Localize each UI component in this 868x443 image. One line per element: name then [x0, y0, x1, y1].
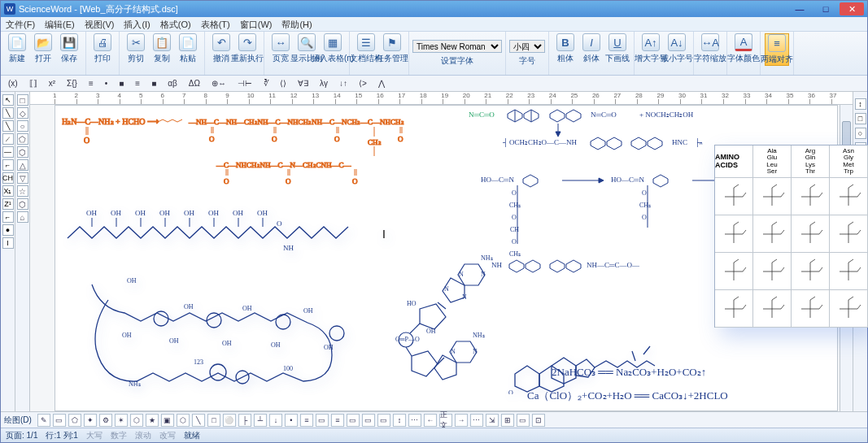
formula-sym-0[interactable]: (x)	[4, 78, 22, 89]
minimize-button[interactable]: —	[787, 2, 812, 15]
bottom-tool-0[interactable]: ✎	[37, 414, 50, 427]
cut-button[interactable]: ✂剪切	[124, 33, 148, 64]
formula-sym-14[interactable]: ⟨⟩	[276, 78, 290, 89]
right-tool-0[interactable]: ↕	[855, 98, 866, 110]
amino-cell[interactable]	[830, 253, 868, 289]
bottom-tool-22[interactable]: ▭	[377, 414, 390, 427]
formula-sym-2[interactable]: x²	[45, 78, 59, 89]
bottom-tool-13[interactable]: ├	[238, 414, 251, 427]
formula-sym-19[interactable]: ⋀	[374, 78, 389, 89]
formula-sym-5[interactable]: •	[101, 78, 112, 89]
shape-tool-7[interactable]: ☆	[17, 185, 28, 197]
bottom-tool-10[interactable]: ╲	[192, 414, 205, 427]
bottom-tool-24[interactable]: ⋯	[408, 414, 421, 427]
bottom-tool-19[interactable]: ≡	[331, 414, 344, 427]
formula-sym-8[interactable]: ■	[147, 78, 160, 89]
bottom-tool-9[interactable]: ⬡	[177, 414, 190, 427]
left-tool-10[interactable]: ●	[2, 224, 14, 236]
bottom-tool-29[interactable]: ⇲	[486, 414, 499, 427]
right-tool-2[interactable]: ○	[855, 128, 866, 139]
amino-cell[interactable]	[715, 290, 753, 327]
increase-font-button[interactable]: A↑增大字号	[639, 33, 663, 64]
left-tool-2[interactable]: ╲	[2, 120, 14, 132]
insert-table-button[interactable]: ▦插入表格(n)	[321, 33, 345, 64]
menu-window[interactable]: 窗口(W)	[235, 17, 277, 31]
right-tool-1[interactable]: □	[855, 113, 866, 124]
bottom-tool-25[interactable]: ←	[424, 414, 437, 427]
shape-tool-9[interactable]: ⌂	[17, 211, 28, 223]
justify-button[interactable]: ≡两端对齐	[765, 33, 789, 66]
left-tool-5[interactable]: ⌐	[2, 159, 14, 171]
left-tool-4[interactable]: —	[2, 146, 14, 158]
formula-sym-10[interactable]: ΔΩ	[185, 78, 204, 89]
shape-tool-1[interactable]: ◇	[17, 107, 28, 119]
left-tool-11[interactable]: I	[2, 237, 14, 249]
bottom-tool-20[interactable]: ▭	[347, 414, 360, 427]
amino-cell[interactable]	[830, 178, 868, 215]
bottom-tool-16[interactable]: •	[285, 414, 298, 427]
italic-button[interactable]: I斜体	[579, 33, 604, 64]
shape-tool-0[interactable]: □	[17, 94, 28, 106]
left-tool-0[interactable]: ↖	[2, 94, 14, 106]
copy-button[interactable]: 📋复制	[150, 33, 174, 64]
amino-cell[interactable]	[715, 215, 753, 252]
formula-sym-15[interactable]: ∀∃	[294, 78, 312, 89]
bottom-tool-12[interactable]: ⚪	[223, 414, 236, 427]
bottom-tool-32[interactable]: ⊡	[532, 414, 545, 427]
char-scale-button[interactable]: ↔A字符缩放	[698, 33, 722, 64]
formula-sym-11[interactable]: ⊕↔	[207, 78, 230, 89]
shape-tool-3[interactable]: ⬠	[17, 133, 28, 145]
left-tool-9[interactable]: ⌐	[2, 211, 14, 223]
doc-structure-button[interactable]: ☰文档结构	[354, 33, 378, 64]
left-tool-6[interactable]: CH	[2, 172, 14, 184]
new-button[interactable]: 📄新建	[5, 33, 29, 64]
bottom-tool-18[interactable]: ▭	[316, 414, 329, 427]
bottom-tool-14[interactable]: ┴	[254, 414, 267, 427]
shape-tool-2[interactable]: ○	[17, 120, 28, 132]
task-manager-button[interactable]: ⚑任务管理	[380, 33, 404, 64]
bold-button[interactable]: B粗体	[553, 33, 578, 64]
menu-table[interactable]: 表格(T)	[196, 17, 235, 31]
open-button[interactable]: 📂打开	[31, 33, 55, 64]
amino-cell[interactable]	[792, 290, 830, 327]
font-select[interactable]: Times New Roman	[412, 40, 502, 53]
formula-sym-17[interactable]: ↓↑	[335, 78, 351, 89]
bottom-tool-17[interactable]: ≡	[300, 414, 313, 427]
bottom-tool-6[interactable]: ⬡	[130, 414, 143, 427]
left-tool-1[interactable]: ╲	[2, 107, 14, 119]
fontsize-select[interactable]: 小四	[509, 40, 545, 53]
menu-view[interactable]: 视图(V)	[80, 17, 120, 31]
redo-button[interactable]: ↷重新执行	[235, 33, 260, 64]
formula-sym-6[interactable]: ■	[115, 78, 128, 89]
shape-tool-4[interactable]: ⬡	[17, 146, 28, 158]
formula-sym-7[interactable]: ≡	[131, 78, 144, 89]
close-button[interactable]: ✕	[840, 2, 864, 15]
amino-cell[interactable]	[830, 290, 868, 327]
amino-cell[interactable]	[830, 215, 868, 252]
shape-tool-6[interactable]: ▽	[17, 172, 28, 184]
menu-file[interactable]: 文件(F)	[1, 17, 40, 31]
font-color-button[interactable]: A字体颜色	[731, 33, 756, 64]
print-button[interactable]: 🖨打印	[90, 33, 115, 64]
formula-sym-3[interactable]: Σ{}	[63, 78, 81, 89]
bottom-tool-30[interactable]: ⊞	[501, 414, 514, 427]
amino-cell[interactable]	[715, 178, 753, 215]
undo-button[interactable]: ↶撤消	[209, 33, 233, 64]
formula-sym-13[interactable]: ∛	[260, 78, 273, 89]
amino-acid-panel[interactable]: AMINO ACIDS AlaGluLeuSer ArgGlnLysThr As…	[714, 145, 868, 328]
save-button[interactable]: 💾保存	[57, 33, 81, 64]
menu-insert[interactable]: 插入(I)	[119, 17, 155, 31]
left-tool-8[interactable]: Z¹	[2, 198, 14, 210]
bottom-tool-1[interactable]: ▭	[53, 414, 66, 427]
formula-sym-1[interactable]: ⟦⟧	[25, 78, 41, 89]
amino-cell[interactable]	[792, 253, 830, 289]
bottom-tool-3[interactable]: ✦	[84, 414, 97, 427]
menu-edit[interactable]: 编辑(E)	[40, 17, 80, 31]
bottom-tool-26[interactable]: 正文	[439, 414, 452, 427]
bottom-tool-5[interactable]: ✶	[115, 414, 128, 427]
menu-help[interactable]: 帮助(H)	[277, 17, 316, 31]
formula-sym-18[interactable]: ⟨>	[355, 78, 371, 89]
formula-sym-16[interactable]: λγ	[316, 78, 332, 89]
formula-sym-4[interactable]: ≡	[85, 78, 98, 89]
left-tool-3[interactable]: ⟋	[2, 133, 14, 145]
